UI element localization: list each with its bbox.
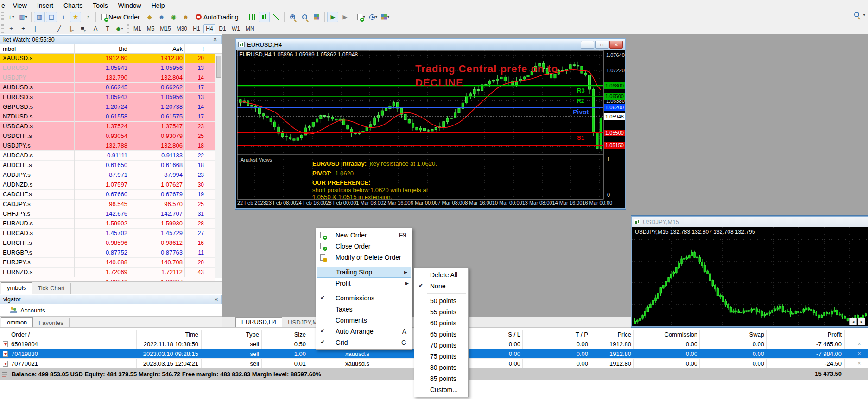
timeframe-mn[interactable]: MN	[243, 24, 257, 33]
menu-item-modify-or-delete-order[interactable]: Modify or Delete Order	[316, 252, 412, 263]
trendline-icon[interactable]: ╱	[54, 24, 65, 34]
menu-item-commissions[interactable]: ✔Commissions	[316, 293, 412, 304]
close-position-icon[interactable]: ×	[855, 339, 863, 349]
strategy-tester-icon[interactable]: ◔	[82, 12, 93, 22]
market-watch-row-audnzd-s[interactable]: AUDNZD.s1.075971.0762730	[0, 180, 215, 190]
usdjpy-titlebar[interactable]: USDJPY,M15	[632, 217, 868, 227]
timeframe-h4[interactable]: H4	[203, 24, 215, 33]
horizontal-line-icon[interactable]: –	[42, 24, 53, 34]
text-icon[interactable]: A	[90, 24, 101, 34]
tab-tick-chart[interactable]: Tick Chart	[32, 283, 71, 294]
submenu-item-85-points[interactable]: 85 points	[414, 373, 468, 384]
terminal-column-sl[interactable]: S / L	[463, 330, 520, 339]
menu-item-taxes[interactable]: Taxes	[316, 304, 412, 315]
market-icon[interactable]: ☻	[180, 12, 191, 22]
menu-item-auto-arrange[interactable]: ✔Auto ArrangeA	[316, 326, 412, 337]
market-watch-row-partial[interactable]: 1.808461.80887	[0, 277, 215, 281]
market-watch-row-audusd-s[interactable]: AUDUSD.s0.662450.6626217	[0, 83, 215, 93]
submenu-item-65-points[interactable]: 65 points	[414, 329, 468, 340]
terminal-column-commission[interactable]: Commission	[640, 330, 697, 339]
navigator-toggle-icon[interactable]: +	[58, 12, 69, 22]
close-position-icon[interactable]: ×	[855, 359, 863, 368]
market-watch-row-cadchf-s[interactable]: CADCHF.s0.676600.6767919	[0, 190, 215, 200]
timeframe-h1[interactable]: H1	[190, 24, 203, 33]
crosshair-icon[interactable]: +	[18, 24, 29, 34]
new-chart-icon[interactable]: +▾	[355, 12, 367, 22]
market-watch-row-xauusd-s[interactable]: XAUUSD.s1912.601912.8020	[0, 54, 215, 63]
terminal-column-time[interactable]: Time	[130, 330, 198, 339]
market-watch-row-usdjpy[interactable]: USDJPY132.790132.80414	[0, 73, 215, 83]
column-spread[interactable]: !	[185, 44, 204, 54]
market-watch-scrollbar[interactable]	[215, 54, 222, 278]
timeframe-m1[interactable]: M1	[131, 24, 144, 33]
menu-tools[interactable]: Tools	[88, 0, 113, 11]
market-watch-row-audcad-s[interactable]: AUDCAD.s0.911110.9113322	[0, 151, 215, 161]
close-icon[interactable]: ✕	[214, 297, 218, 303]
market-watch-row-eurjpy-s[interactable]: EURJPY.s140.688140.70820	[0, 258, 215, 268]
market-watch-row-eurusd-s[interactable]: EURUSD.s1.059431.0595613	[0, 93, 215, 102]
terminal-column-swap[interactable]: Swap	[704, 330, 764, 339]
menu-insert[interactable]: Insert	[32, 0, 58, 11]
scripts-icon[interactable]: ◆	[144, 12, 155, 22]
menu-item-new-order[interactable]: +New OrderF9	[316, 230, 412, 241]
menu-item-trailing-stop[interactable]: Trailing Stop▶	[317, 267, 411, 278]
menu-window[interactable]: Window	[113, 0, 146, 11]
toolbar-overflow-icon[interactable]: ▾	[863, 12, 865, 17]
column-symbol[interactable]: mbol	[3, 44, 16, 54]
market-watch-toggle-icon[interactable]: ▥	[34, 12, 45, 22]
submenu-item-none[interactable]: ✔None	[414, 281, 468, 292]
market-watch-row-nzdusd-s[interactable]: NZDUSD.s0.615580.6157517	[0, 112, 215, 122]
submenu-item-80-points[interactable]: 80 points	[414, 362, 468, 373]
navigator-titlebar[interactable]: vigator ✕	[0, 295, 222, 304]
market-watch-row-eurusd[interactable]: EURUSD1.059431.0595613	[0, 63, 215, 73]
terminal-column-size[interactable]: Size	[264, 330, 306, 339]
menu-help[interactable]: Help	[146, 0, 170, 11]
zoom-out-icon[interactable]: -	[299, 12, 310, 22]
template-menu-icon[interactable]: ▾	[380, 12, 391, 22]
timeframe-w1[interactable]: W1	[229, 24, 242, 33]
text-label-icon[interactable]: T	[102, 24, 113, 34]
market-watch-row-usdchf-s[interactable]: USDCHF.s0.930540.9307925	[0, 131, 215, 141]
chart-tab-eurusd-h4[interactable]: EURUSD,H4	[235, 317, 282, 327]
market-watch-row-gbpusd-s[interactable]: GBPUSD.s1.207241.2073814	[0, 102, 215, 112]
search-icon[interactable]	[854, 12, 859, 17]
market-watch-row-usdcad-s[interactable]: USDCAD.s1.375241.3754723	[0, 122, 215, 131]
line-chart-icon[interactable]	[271, 12, 282, 22]
menu-item-close-order[interactable]: ✓Close Order	[316, 241, 412, 252]
submenu-item-75-points[interactable]: 75 points	[414, 351, 468, 362]
market-watch-row-eurcad-s[interactable]: EURCAD.s1.457021.4572927	[0, 229, 215, 238]
channel-icon[interactable]: ∥E	[66, 24, 77, 34]
fibonacci-icon[interactable]: ≡F	[78, 24, 89, 34]
zoom-in-icon[interactable]: +	[287, 12, 298, 22]
periods-icon[interactable]: ▾	[367, 12, 379, 22]
maximize-icon[interactable]: □	[595, 41, 608, 49]
close-position-icon[interactable]: ×	[855, 349, 863, 359]
column-bid[interactable]: Bid	[76, 44, 127, 54]
tab-symbols[interactable]: ymbols	[1, 282, 32, 294]
menu-item-profit[interactable]: Profit▶	[316, 278, 412, 289]
minimize-icon[interactable]: –	[581, 41, 594, 49]
menu-charts[interactable]: Charts	[58, 0, 88, 11]
column-ask[interactable]: Ask	[131, 44, 183, 54]
close-icon[interactable]: ✕	[212, 37, 218, 43]
market-watch-row-usdjpy-s[interactable]: USDJPY.s132.788132.80618	[0, 141, 215, 151]
menu-item-comments[interactable]: Comments	[316, 315, 412, 326]
data-window-toggle-icon[interactable]: ▤	[46, 12, 57, 22]
bar-chart-icon[interactable]	[247, 12, 258, 22]
navigator-item-accounts[interactable]: Accounts	[20, 307, 45, 314]
scrollbar-thumb[interactable]	[216, 56, 221, 78]
templates-folder-icon[interactable]: ★	[70, 12, 81, 22]
menu-item-grid[interactable]: ✔GridG	[316, 337, 412, 348]
submenu-item-60-points[interactable]: 60 points	[414, 318, 468, 329]
terminal-column-price[interactable]: Price	[575, 330, 631, 339]
submenu-item-delete-all[interactable]: Delete All	[414, 269, 468, 281]
timeframe-m15[interactable]: M15	[158, 24, 173, 33]
menu-view[interactable]: View	[8, 0, 32, 11]
tile-windows-icon[interactable]	[311, 12, 322, 22]
tab-scroll-left-icon[interactable]: ◂	[849, 318, 857, 325]
eurusd-titlebar[interactable]: EURUSD,H4 – □ ✕	[236, 39, 625, 50]
market-watch-row-audchf-s[interactable]: AUDCHF.s0.616500.6166818	[0, 161, 215, 170]
submenu-item-70-points[interactable]: 70 points	[414, 340, 468, 351]
market-watch-titlebar[interactable]: ket Watch: 06:55:30 ✕	[0, 35, 222, 44]
terminal-column-type[interactable]: Type	[204, 330, 259, 339]
